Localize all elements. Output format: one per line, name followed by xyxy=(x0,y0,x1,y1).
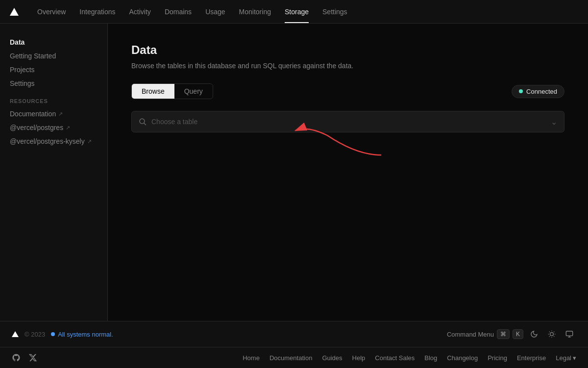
link-label: @vercel/postgres xyxy=(10,124,63,131)
footer-logo-triangle-icon xyxy=(12,331,19,337)
chevron-down-icon: ▾ xyxy=(573,354,576,362)
connection-status-badge: Connected xyxy=(512,85,564,98)
svg-line-10 xyxy=(549,336,550,337)
footer-status-text: All systems normal. xyxy=(58,331,113,338)
footer: © 2023 All systems normal. Command Menu … xyxy=(0,321,588,368)
footer-link-help[interactable]: Help xyxy=(352,354,366,362)
nav-link-settings[interactable]: Settings xyxy=(316,0,354,23)
table-selector-placeholder: Choose a table xyxy=(151,118,551,126)
nav-link-usage[interactable]: Usage xyxy=(198,0,232,23)
svg-line-1 xyxy=(144,123,146,125)
page-title: Data xyxy=(131,43,564,57)
kbd-cmd: ⌘ xyxy=(497,329,510,339)
footer-link-documentation[interactable]: Documentation xyxy=(270,354,312,362)
main-content: Data Browse the tables in this database … xyxy=(108,24,588,321)
light-mode-toggle[interactable] xyxy=(545,328,559,340)
nav-link-activity[interactable]: Activity xyxy=(122,0,158,23)
logo[interactable] xyxy=(10,8,19,16)
link-label: @vercel/postgres-kysely xyxy=(10,137,85,145)
footer-link-blog[interactable]: Blog xyxy=(424,354,437,362)
footer-link-changelog[interactable]: Changelog xyxy=(447,354,478,362)
nav-link-monitoring[interactable]: Monitoring xyxy=(232,0,278,23)
svg-line-6 xyxy=(549,332,550,332)
nav-link-storage[interactable]: Storage xyxy=(278,0,316,23)
footer-link-home[interactable]: Home xyxy=(243,354,260,362)
sidebar-item--vercel-postgres[interactable]: @vercel/postgres↗ xyxy=(0,121,107,134)
footer-left: © 2023 All systems normal. xyxy=(12,331,113,338)
sidebar-item-documentation[interactable]: Documentation↗ xyxy=(0,107,107,121)
logo-triangle-icon xyxy=(10,8,19,16)
sidebar-item-settings[interactable]: Settings xyxy=(0,77,107,90)
footer-link-legal[interactable]: Legal ▾ xyxy=(556,354,576,362)
footer-link-pricing[interactable]: Pricing xyxy=(488,354,507,362)
footer-right: Command Menu ⌘ K xyxy=(447,328,576,340)
svg-line-7 xyxy=(554,336,554,337)
sidebar-item-projects[interactable]: Projects xyxy=(0,63,107,77)
sidebar-item-getting-started[interactable]: Getting Started xyxy=(0,49,107,63)
nav-links: OverviewIntegrationsActivityDomainsUsage… xyxy=(30,0,354,23)
sidebar-item-data[interactable]: Data xyxy=(0,35,107,49)
footer-top: © 2023 All systems normal. Command Menu … xyxy=(0,321,588,347)
table-selector-dropdown[interactable]: Choose a table ⌄ xyxy=(131,111,564,132)
nav-link-overview[interactable]: Overview xyxy=(30,0,73,23)
sidebar-item--vercel-postgres-kysely[interactable]: @vercel/postgres-kysely↗ xyxy=(0,134,107,148)
display-toggle[interactable] xyxy=(563,328,576,340)
link-label: Documentation xyxy=(10,110,56,118)
footer-copyright: © 2023 xyxy=(24,331,45,338)
footer-logo xyxy=(12,331,19,337)
tab-browse[interactable]: Browse xyxy=(132,84,174,99)
footer-social-icons xyxy=(12,353,37,362)
external-link-icon: ↗ xyxy=(58,111,63,117)
command-menu-text: Command Menu xyxy=(447,331,494,338)
command-menu-label: Command Menu ⌘ K xyxy=(447,329,523,339)
top-navigation: OverviewIntegrationsActivityDomainsUsage… xyxy=(0,0,588,24)
footer-link-guides[interactable]: Guides xyxy=(322,354,342,362)
external-link-icon: ↗ xyxy=(87,138,92,145)
external-link-icon: ↗ xyxy=(66,125,70,131)
footer-link-contact-sales[interactable]: Contact Sales xyxy=(375,354,415,362)
nav-link-domains[interactable]: Domains xyxy=(158,0,198,23)
status-dot-icon xyxy=(519,89,523,93)
x-twitter-icon[interactable] xyxy=(28,353,37,362)
footer-link-enterprise[interactable]: Enterprise xyxy=(517,354,546,362)
page-description: Browse the tables in this database and r… xyxy=(131,62,564,70)
tabs-row: BrowseQuery Connected xyxy=(131,83,564,99)
svg-line-11 xyxy=(554,332,554,332)
footer-nav-links: HomeDocumentationGuidesHelpContact Sales… xyxy=(243,354,576,362)
main-layout: DataGetting StartedProjectsSettingsRESOU… xyxy=(0,24,588,321)
table-selector-container: Choose a table ⌄ xyxy=(131,111,564,132)
footer-status-dot-icon xyxy=(51,332,55,336)
nav-link-integrations[interactable]: Integrations xyxy=(73,0,122,23)
tab-group: BrowseQuery xyxy=(131,83,213,99)
sidebar: DataGetting StartedProjectsSettingsRESOU… xyxy=(0,24,108,321)
search-icon xyxy=(139,118,147,126)
status-label: Connected xyxy=(526,88,557,95)
github-icon[interactable] xyxy=(12,353,21,362)
svg-rect-12 xyxy=(566,331,572,336)
footer-bottom: HomeDocumentationGuidesHelpContact Sales… xyxy=(0,347,588,368)
svg-point-3 xyxy=(550,333,554,336)
kbd-k: K xyxy=(513,329,523,339)
chevron-down-icon: ⌄ xyxy=(551,117,557,127)
sidebar-resources-label: RESOURCES xyxy=(0,90,107,107)
footer-status: All systems normal. xyxy=(51,331,113,338)
tab-query[interactable]: Query xyxy=(174,84,213,99)
dark-mode-toggle[interactable] xyxy=(527,328,541,340)
